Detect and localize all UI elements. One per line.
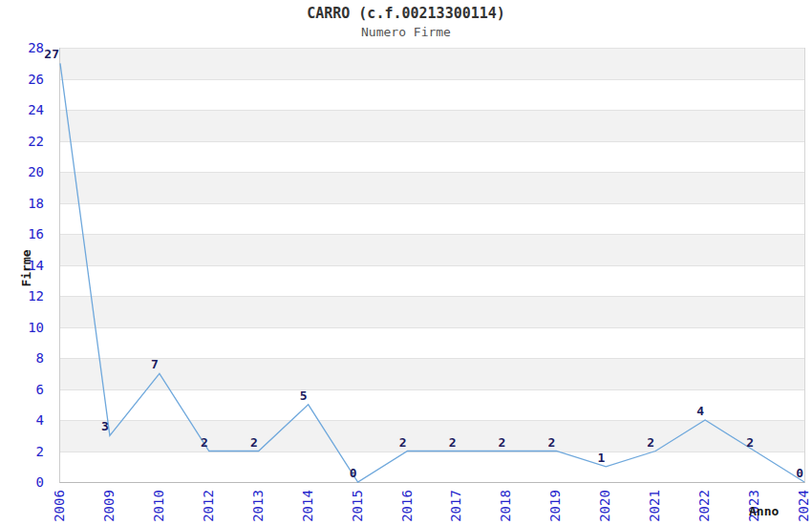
- x-axis-title: Anno: [749, 504, 779, 518]
- x-tick-label: 2021: [648, 487, 661, 525]
- x-tick-label: 2024: [797, 487, 810, 525]
- data-label: 2: [477, 436, 505, 450]
- line-chart: CARRO (c.f.00213300114) Numero Firme Fir…: [0, 0, 812, 525]
- data-label: 0: [775, 467, 803, 480]
- y-tick-label: 14: [15, 259, 44, 272]
- data-label: 1: [576, 452, 605, 465]
- x-tick-label: 2013: [251, 487, 265, 525]
- y-tick-label: 16: [15, 227, 44, 241]
- chart-subtitle: Numero Firme: [0, 25, 812, 39]
- y-tick-label: 4: [15, 413, 44, 427]
- y-tick-label: 0: [15, 475, 44, 489]
- data-label: 7: [130, 358, 159, 371]
- y-tick-label: 10: [15, 321, 44, 334]
- x-tick-label: 2006: [53, 487, 66, 525]
- plot-area: 27372250222212420: [59, 48, 805, 483]
- x-tick-label: 2016: [400, 487, 414, 525]
- x-tick-label: 2009: [102, 487, 116, 525]
- x-tick-label: 2014: [301, 487, 314, 525]
- data-label: 2: [229, 436, 258, 450]
- data-label: 2: [725, 436, 754, 450]
- data-label: 3: [80, 420, 109, 433]
- y-tick-label: 18: [15, 197, 44, 210]
- y-tick-label: 8: [15, 351, 44, 365]
- y-tick-label: 26: [15, 73, 44, 86]
- data-label: 2: [378, 436, 407, 450]
- x-tick-label: 2012: [202, 487, 215, 525]
- data-label: 27: [31, 48, 59, 61]
- data-label: 2: [526, 436, 555, 450]
- y-tick-label: 12: [15, 289, 44, 303]
- y-tick-label: 6: [15, 383, 44, 396]
- x-tick-label: 2020: [598, 487, 611, 525]
- chart-title: CARRO (c.f.00213300114): [0, 5, 812, 22]
- data-label: 2: [427, 436, 456, 450]
- data-label: 5: [279, 389, 308, 403]
- data-label: 2: [626, 436, 654, 450]
- x-tick-label: 2018: [499, 487, 512, 525]
- data-label: 4: [675, 405, 704, 418]
- data-label: 2: [180, 436, 208, 450]
- x-tick-label: 2015: [351, 487, 364, 525]
- y-tick-label: 2: [15, 445, 44, 458]
- data-label: 0: [329, 467, 357, 480]
- x-tick-label: 2017: [449, 487, 462, 525]
- y-tick-label: 22: [15, 135, 44, 148]
- y-tick-label: 24: [15, 103, 44, 116]
- series-line: [60, 63, 804, 482]
- x-tick-label: 2010: [152, 487, 165, 525]
- x-tick-label: 2019: [548, 487, 562, 525]
- x-tick-label: 2022: [697, 487, 711, 525]
- y-tick-label: 20: [15, 165, 44, 178]
